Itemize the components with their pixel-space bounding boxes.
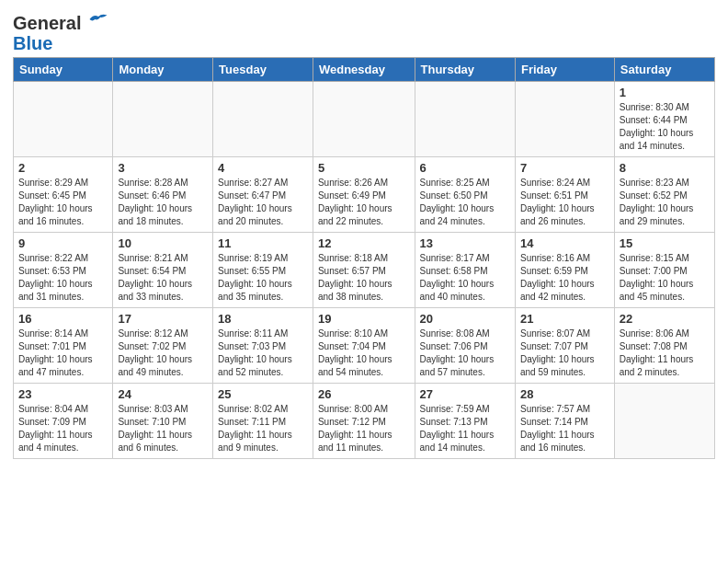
day-number: 6	[420, 161, 510, 175]
calendar-table: SundayMondayTuesdayWednesdayThursdayFrid…	[13, 57, 715, 459]
calendar-cell: 13Sunrise: 8:17 AM Sunset: 6:58 PM Dayli…	[415, 233, 515, 308]
week-row-2: 9Sunrise: 8:22 AM Sunset: 6:53 PM Daylig…	[14, 233, 715, 308]
day-info: Sunrise: 8:12 AM Sunset: 7:02 PM Dayligh…	[118, 327, 208, 379]
day-info: Sunrise: 8:00 AM Sunset: 7:12 PM Dayligh…	[318, 403, 410, 454]
day-number: 24	[118, 387, 208, 401]
day-info: Sunrise: 8:26 AM Sunset: 6:49 PM Dayligh…	[318, 177, 410, 228]
calendar-cell: 10Sunrise: 8:21 AM Sunset: 6:54 PM Dayli…	[113, 233, 213, 308]
weekday-saturday: Saturday	[614, 58, 714, 82]
calendar-cell: 1Sunrise: 8:30 AM Sunset: 6:44 PM Daylig…	[614, 82, 714, 157]
calendar-cell: 18Sunrise: 8:11 AM Sunset: 7:03 PM Dayli…	[213, 308, 313, 384]
calendar-cell: 19Sunrise: 8:10 AM Sunset: 7:04 PM Dayli…	[313, 308, 415, 384]
calendar-cell: 26Sunrise: 8:00 AM Sunset: 7:12 PM Dayli…	[313, 384, 415, 459]
day-number: 3	[118, 161, 208, 175]
calendar-cell: 25Sunrise: 8:02 AM Sunset: 7:11 PM Dayli…	[213, 384, 313, 459]
calendar-cell: 22Sunrise: 8:06 AM Sunset: 7:08 PM Dayli…	[614, 308, 714, 384]
day-number: 26	[318, 387, 410, 401]
weekday-header-row: SundayMondayTuesdayWednesdayThursdayFrid…	[14, 58, 715, 82]
week-row-0: 1Sunrise: 8:30 AM Sunset: 6:44 PM Daylig…	[14, 82, 715, 157]
day-number: 12	[318, 236, 410, 250]
calendar-cell	[213, 82, 313, 157]
calendar-cell: 2Sunrise: 8:29 AM Sunset: 6:45 PM Daylig…	[14, 157, 113, 233]
day-number: 19	[318, 312, 410, 326]
calendar-cell: 9Sunrise: 8:22 AM Sunset: 6:53 PM Daylig…	[14, 233, 113, 308]
day-info: Sunrise: 7:57 AM Sunset: 7:14 PM Dayligh…	[520, 403, 609, 454]
day-info: Sunrise: 8:29 AM Sunset: 6:45 PM Dayligh…	[18, 177, 108, 228]
day-info: Sunrise: 8:02 AM Sunset: 7:11 PM Dayligh…	[218, 403, 308, 454]
calendar-cell	[614, 384, 714, 459]
calendar-cell: 6Sunrise: 8:25 AM Sunset: 6:50 PM Daylig…	[415, 157, 515, 233]
day-info: Sunrise: 8:28 AM Sunset: 6:46 PM Dayligh…	[118, 177, 208, 228]
calendar-cell: 4Sunrise: 8:27 AM Sunset: 6:47 PM Daylig…	[213, 157, 313, 233]
day-number: 14	[520, 236, 609, 250]
calendar-cell: 23Sunrise: 8:04 AM Sunset: 7:09 PM Dayli…	[14, 384, 113, 459]
calendar-cell: 27Sunrise: 7:59 AM Sunset: 7:13 PM Dayli…	[415, 384, 515, 459]
day-info: Sunrise: 8:11 AM Sunset: 7:03 PM Dayligh…	[218, 327, 308, 379]
calendar-cell: 3Sunrise: 8:28 AM Sunset: 6:46 PM Daylig…	[113, 157, 213, 233]
calendar-cell	[313, 82, 415, 157]
weekday-monday: Monday	[113, 58, 213, 82]
header: General Blue	[13, 9, 715, 53]
day-info: Sunrise: 8:24 AM Sunset: 6:51 PM Dayligh…	[520, 177, 609, 228]
day-number: 9	[18, 236, 108, 250]
day-number: 4	[218, 161, 308, 175]
main-container: General Blue SundayMondayTuesdayWednesda…	[0, 0, 728, 468]
day-info: Sunrise: 8:16 AM Sunset: 6:59 PM Dayligh…	[520, 252, 609, 304]
day-number: 13	[420, 236, 510, 250]
day-number: 21	[520, 312, 609, 326]
day-info: Sunrise: 8:10 AM Sunset: 7:04 PM Dayligh…	[318, 327, 410, 379]
day-info: Sunrise: 7:59 AM Sunset: 7:13 PM Dayligh…	[420, 403, 510, 454]
day-number: 8	[620, 161, 710, 175]
weekday-friday: Friday	[515, 58, 614, 82]
logo-blue: Blue	[13, 33, 108, 53]
calendar-cell	[14, 82, 113, 157]
day-info: Sunrise: 8:15 AM Sunset: 7:00 PM Dayligh…	[620, 252, 710, 304]
weekday-tuesday: Tuesday	[213, 58, 313, 82]
calendar-cell: 20Sunrise: 8:08 AM Sunset: 7:06 PM Dayli…	[415, 308, 515, 384]
week-row-3: 16Sunrise: 8:14 AM Sunset: 7:01 PM Dayli…	[14, 308, 715, 384]
day-number: 11	[218, 236, 308, 250]
day-number: 28	[520, 387, 609, 401]
logo-general: General	[13, 9, 108, 33]
logo-bird-icon	[88, 9, 108, 29]
calendar-cell: 17Sunrise: 8:12 AM Sunset: 7:02 PM Dayli…	[113, 308, 213, 384]
calendar-cell: 21Sunrise: 8:07 AM Sunset: 7:07 PM Dayli…	[515, 308, 614, 384]
day-number: 25	[218, 387, 308, 401]
calendar-cell: 12Sunrise: 8:18 AM Sunset: 6:57 PM Dayli…	[313, 233, 415, 308]
calendar-cell: 14Sunrise: 8:16 AM Sunset: 6:59 PM Dayli…	[515, 233, 614, 308]
day-info: Sunrise: 8:19 AM Sunset: 6:55 PM Dayligh…	[218, 252, 308, 304]
calendar-cell: 15Sunrise: 8:15 AM Sunset: 7:00 PM Dayli…	[614, 233, 714, 308]
day-info: Sunrise: 8:23 AM Sunset: 6:52 PM Dayligh…	[620, 177, 710, 228]
calendar-cell: 5Sunrise: 8:26 AM Sunset: 6:49 PM Daylig…	[313, 157, 415, 233]
day-info: Sunrise: 8:22 AM Sunset: 6:53 PM Dayligh…	[18, 252, 108, 304]
day-info: Sunrise: 8:07 AM Sunset: 7:07 PM Dayligh…	[520, 327, 609, 379]
week-row-1: 2Sunrise: 8:29 AM Sunset: 6:45 PM Daylig…	[14, 157, 715, 233]
day-info: Sunrise: 8:25 AM Sunset: 6:50 PM Dayligh…	[420, 177, 510, 228]
day-number: 16	[18, 312, 108, 326]
logo: General Blue	[13, 9, 108, 53]
logo-text: General Blue	[13, 9, 108, 53]
day-info: Sunrise: 8:27 AM Sunset: 6:47 PM Dayligh…	[218, 177, 308, 228]
day-number: 27	[420, 387, 510, 401]
calendar-cell	[415, 82, 515, 157]
calendar-cell: 24Sunrise: 8:03 AM Sunset: 7:10 PM Dayli…	[113, 384, 213, 459]
calendar-cell	[515, 82, 614, 157]
day-number: 20	[420, 312, 510, 326]
day-number: 17	[118, 312, 208, 326]
day-info: Sunrise: 8:06 AM Sunset: 7:08 PM Dayligh…	[620, 327, 710, 379]
day-info: Sunrise: 8:21 AM Sunset: 6:54 PM Dayligh…	[118, 252, 208, 304]
day-info: Sunrise: 8:08 AM Sunset: 7:06 PM Dayligh…	[420, 327, 510, 379]
calendar-cell: 7Sunrise: 8:24 AM Sunset: 6:51 PM Daylig…	[515, 157, 614, 233]
weekday-sunday: Sunday	[14, 58, 113, 82]
calendar-cell: 16Sunrise: 8:14 AM Sunset: 7:01 PM Dayli…	[14, 308, 113, 384]
day-number: 15	[620, 236, 710, 250]
day-number: 2	[18, 161, 108, 175]
day-number: 7	[520, 161, 609, 175]
day-info: Sunrise: 8:18 AM Sunset: 6:57 PM Dayligh…	[318, 252, 410, 304]
calendar-cell	[113, 82, 213, 157]
calendar-cell: 11Sunrise: 8:19 AM Sunset: 6:55 PM Dayli…	[213, 233, 313, 308]
day-info: Sunrise: 8:14 AM Sunset: 7:01 PM Dayligh…	[18, 327, 108, 379]
calendar-cell: 8Sunrise: 8:23 AM Sunset: 6:52 PM Daylig…	[614, 157, 714, 233]
day-number: 23	[18, 387, 108, 401]
weekday-thursday: Thursday	[415, 58, 515, 82]
